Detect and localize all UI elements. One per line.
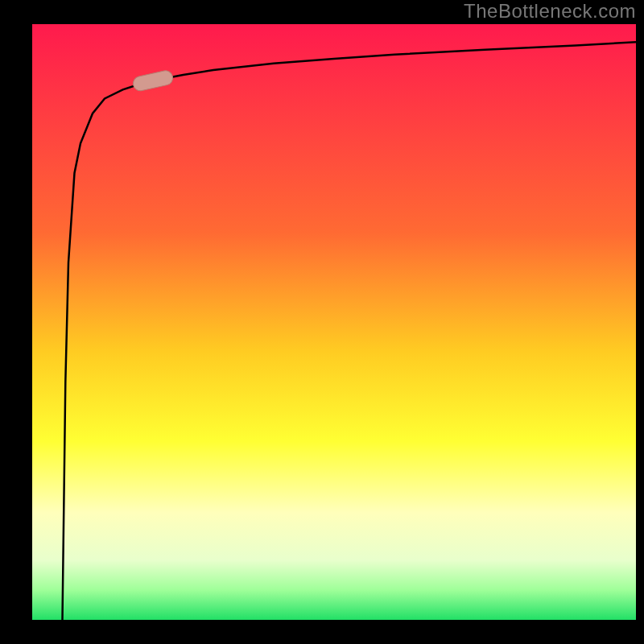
chart-container: TheBottleneck.com [0, 0, 644, 644]
bottleneck-chart [0, 0, 644, 644]
plot-area [32, 24, 636, 620]
